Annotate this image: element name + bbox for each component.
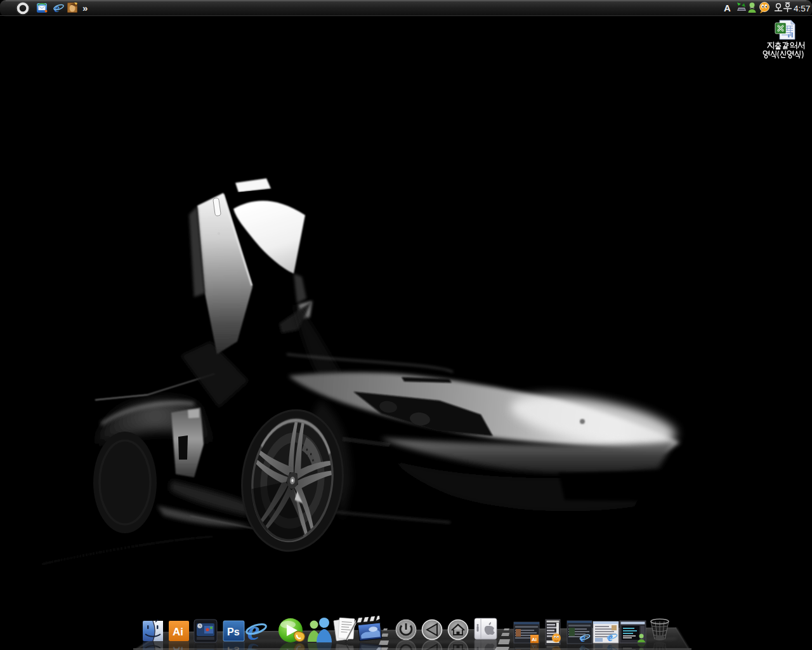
svg-text:Ai: Ai — [532, 637, 537, 642]
svg-text:e: e — [608, 631, 613, 644]
svg-text:Ps: Ps — [227, 627, 240, 637]
svg-text:Ai: Ai — [173, 626, 183, 638]
svg-text:e: e — [55, 1, 60, 15]
svg-text:e: e — [580, 632, 586, 644]
svg-text:4:57: 4:57 — [794, 4, 810, 13]
svg-text:»: » — [82, 3, 88, 13]
svg-text:A: A — [724, 3, 731, 13]
